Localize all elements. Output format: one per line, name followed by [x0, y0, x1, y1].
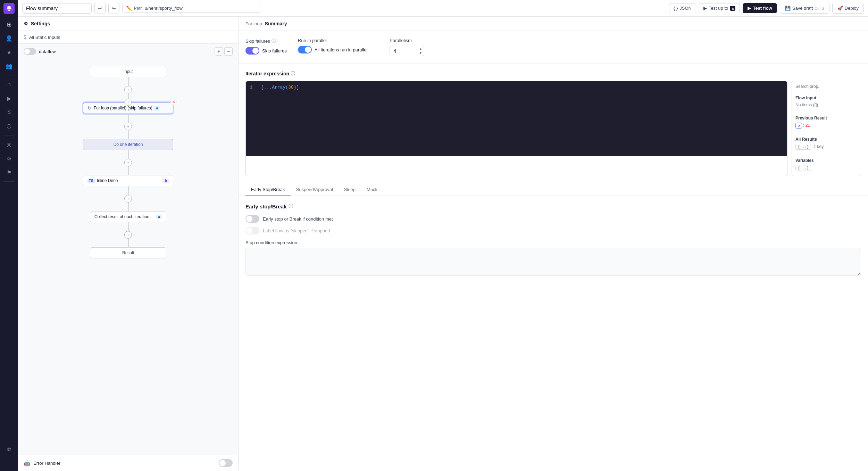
early-stop-info[interactable]: ⓘ [289, 203, 293, 209]
code-array: Array( [272, 85, 288, 90]
inline-deno-node[interactable]: TS Inline Deno b [83, 175, 173, 186]
test-up-badge: a [730, 6, 735, 11]
flow-canvas: Input + ↻ For loop (parallel) (skip fail… [18, 59, 238, 455]
add-node-2[interactable]: + [124, 123, 132, 130]
result-label: Result [122, 250, 134, 255]
tab-mock[interactable]: Mock [361, 183, 383, 196]
flow-input-section: Flow Input No items ([]) [792, 92, 861, 112]
early-stop-toggle[interactable] [245, 215, 259, 223]
skip-failures-toggle[interactable] [245, 47, 259, 55]
tab-sleep[interactable]: Sleep [339, 183, 361, 196]
settings-header: ⚙ Settings [18, 17, 238, 31]
json-button[interactable]: { } JSON [669, 3, 696, 13]
parallelism-down[interactable]: ▼ [419, 51, 422, 55]
test-up-icon: ▶ [703, 6, 707, 11]
sidebar-icon-play[interactable]: ▶ [3, 92, 15, 105]
path-value[interactable]: u/henri/sporty_flow [145, 6, 183, 11]
run-parallel-group: Run in parallel All iterations run in pa… [298, 38, 367, 53]
variables-section: Variables {...} [792, 155, 861, 176]
all-results-tag[interactable]: {...} [795, 144, 811, 150]
sidebar-icon-arrow[interactable]: → [3, 456, 15, 468]
redo-button[interactable]: ↪ [108, 3, 119, 14]
skip-failures-info[interactable]: ⓘ [272, 38, 276, 44]
run-parallel-toggle[interactable] [298, 46, 312, 53]
parallelism-up[interactable]: ▲ [419, 47, 422, 51]
zoom-in-button[interactable]: + [215, 47, 223, 56]
sidebar-icon-flag[interactable]: ⚑ [3, 166, 15, 179]
json-icon: { } [674, 6, 678, 11]
toggles-section: Skip failures ⓘ Skip failures Run in par… [239, 31, 868, 64]
tab-suspend[interactable]: Suspend/Approval [291, 183, 339, 196]
test-flow-icon: ▶ [748, 6, 751, 11]
sidebar-icon-dollar[interactable]: $ [3, 106, 15, 118]
stop-condition-textarea[interactable] [245, 248, 861, 276]
error-handler-label: Error Handler [33, 461, 60, 466]
parallelism-title: Parallelism [390, 38, 424, 43]
code-close-array: ) [294, 85, 297, 90]
early-stop-row: Early stop or Break if condition met [245, 215, 861, 223]
toggle-row: Skip failures ⓘ Skip failures Run in par… [245, 38, 861, 56]
run-parallel-title: Run in parallel [298, 38, 367, 43]
for-loop-label: For loop (parallel) (skip failures) [94, 106, 152, 110]
run-parallel-label: All iterations run in parallel [315, 47, 367, 52]
inline-deno-badge: b [163, 179, 169, 183]
code-editor[interactable]: 1 [...Array(30)] [245, 81, 787, 176]
sidebar-icon-users[interactable]: 👥 [3, 60, 15, 72]
save-draft-button[interactable]: 💾 Save draft Ctrl S [780, 3, 829, 14]
static-inputs-header[interactable]: $ All Static Inputs [18, 31, 238, 44]
sidebar-logo[interactable] [3, 3, 15, 14]
path-icon: ✏️ [126, 6, 132, 11]
sidebar-icon-star[interactable]: ★ [3, 46, 15, 58]
iterator-section: Iterator expression ⓘ 1 [...Array(30)] [239, 64, 868, 183]
content-area: ⚙ Settings $ All Static Inputs dataflow … [18, 17, 868, 471]
test-up-button[interactable]: ▶ Test up to a [699, 3, 740, 13]
for-loop-close-button[interactable]: ✕ [170, 99, 177, 105]
input-node[interactable]: Input [90, 66, 166, 77]
prop-search-input[interactable] [792, 81, 861, 92]
dollar-icon: $ [24, 34, 26, 40]
sidebar-icon-grid[interactable]: ⊞ [3, 18, 15, 31]
add-node-4[interactable]: + [124, 195, 132, 203]
zoom-out-button[interactable]: − [224, 47, 233, 56]
dataflow-toggle[interactable] [24, 48, 36, 55]
run-parallel-toggle-row: All iterations run in parallel [298, 46, 367, 53]
deploy-button[interactable]: 🚀 Deploy [832, 3, 864, 14]
dataflow-section: dataflow + − [18, 44, 238, 59]
collect-label: Collect result of each iteration [94, 214, 149, 219]
collect-badge: a [156, 215, 162, 219]
sidebar-icon-puzzle[interactable]: ⬡ [3, 120, 15, 132]
static-inputs-label: All Static Inputs [29, 35, 60, 40]
error-handler-toggle[interactable] [219, 459, 233, 467]
node-container: Input + ↻ For loop (parallel) (skip fail… [25, 66, 231, 258]
parallelism-group: Parallelism ▲ ▼ [390, 38, 424, 56]
tab-early-stop[interactable]: Early Stop/Break [245, 183, 291, 196]
path-section: ✏️ Path u/henri/sporty_flow [122, 4, 261, 13]
skip-failures-toggle-row: Skip failures [245, 47, 287, 55]
sidebar-icon-home[interactable]: ⌂ [3, 78, 15, 91]
sidebar-icon-layers[interactable]: ⧉ [3, 443, 15, 456]
iteration-node[interactable]: Do one iteration [83, 139, 173, 150]
add-node-1[interactable]: + [124, 86, 132, 93]
iterator-label: Iterator expression ⓘ [245, 71, 861, 77]
flow-name-input[interactable] [22, 3, 92, 14]
sidebar-bottom: ⧉ → [3, 443, 15, 468]
variables-row: {...} [795, 165, 857, 171]
sidebar-icon-user[interactable]: 👤 [3, 32, 15, 44]
result-node[interactable]: Result [90, 247, 166, 258]
prev-result-tag[interactable]: b [795, 123, 802, 129]
undo-button[interactable]: ↩ [94, 3, 106, 14]
all-results-row: {...} 1 key [795, 144, 857, 150]
add-node-3[interactable]: + [124, 159, 132, 166]
sidebar-icon-gear[interactable]: ⚙ [3, 152, 15, 165]
right-panel: For loop Summary Skip failures ⓘ Skip fa… [239, 17, 868, 471]
variables-tag[interactable]: {...} [795, 165, 811, 171]
for-loop-add-button[interactable]: + [125, 99, 132, 106]
add-node-5[interactable]: + [124, 231, 132, 239]
sidebar-icon-eye[interactable]: ◎ [3, 138, 15, 151]
collect-node[interactable]: Collect result of each iteration a [90, 211, 166, 222]
code-num: 30 [288, 85, 294, 90]
code-spread: [... [261, 85, 272, 90]
iterator-info[interactable]: ⓘ [291, 71, 295, 77]
test-flow-button[interactable]: ▶ Test flow [743, 3, 777, 13]
inline-deno-label: Inline Deno [97, 178, 118, 183]
